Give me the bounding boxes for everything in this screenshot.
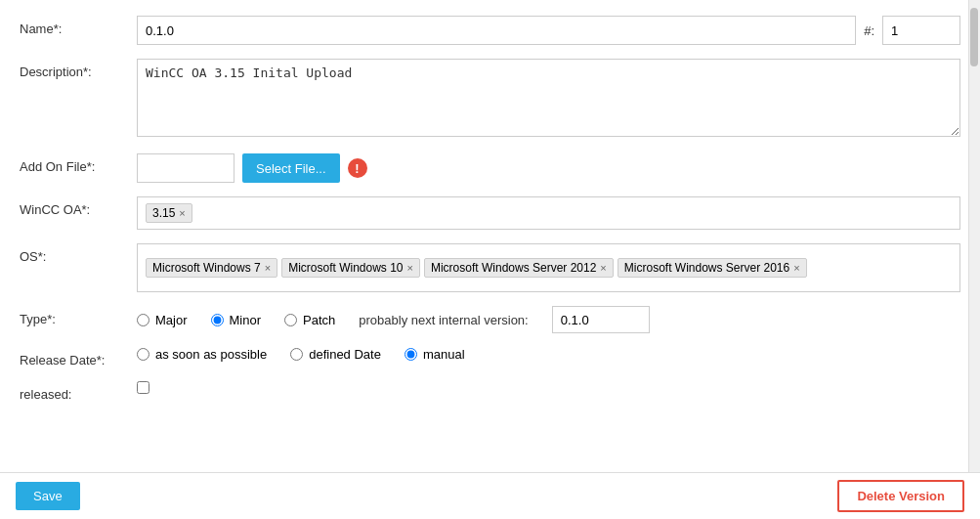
file-input[interactable] [137,153,234,183]
name-row: Name*: #: [20,16,960,45]
os-tag-win10-label: Microsoft Windows 10 [288,261,403,275]
description-label: Description*: [20,59,137,79]
type-major-radio[interactable] [137,314,149,326]
release-defined-text: defined Date [309,347,381,362]
os-tag-server2016-label: Microsoft Windows Server 2016 [624,261,789,275]
release-asap-label[interactable]: as soon as possible [137,347,267,362]
wincc-oa-tag: 3.15 × [146,203,192,223]
type-major-label[interactable]: Major [137,313,188,327]
release-date-label: Release Date*: [20,347,137,368]
name-field-container: #: [137,16,960,45]
error-icon: ! [348,158,367,178]
scrollbar-thumb[interactable] [970,8,978,66]
wincc-oa-label: WinCC OA*: [20,196,137,217]
hash-label: #: [864,23,874,38]
footer-bar: Save Delete Version [0,472,980,519]
os-tag-win7: Microsoft Windows 7 × [146,258,277,278]
os-tag-server2016-close[interactable]: × [793,262,799,274]
name-label: Name*: [20,16,137,36]
delete-version-button[interactable]: Delete Version [837,480,964,512]
type-minor-radio[interactable] [211,314,224,326]
released-row: released: [20,381,960,402]
release-manual-label[interactable]: manual [405,347,465,362]
type-patch-label[interactable]: Patch [284,313,335,327]
name-input[interactable] [137,16,856,45]
wincc-oa-row: WinCC OA*: 3.15 × [20,196,960,230]
os-tag-win7-close[interactable]: × [265,262,271,274]
type-minor-label[interactable]: Minor [211,313,262,327]
release-asap-radio[interactable] [137,348,149,361]
os-tag-win7-label: Microsoft Windows 7 [152,261,261,275]
type-major-text: Major [155,313,188,327]
type-row: Type*: Major Minor Patch probably next i… [20,306,960,333]
description-field-container: WinCC OA 3.15 Inital Upload [137,59,960,140]
os-container: Microsoft Windows 7 × Microsoft Windows … [137,243,960,292]
release-asap-text: as soon as possible [155,347,267,362]
os-row: OS*: Microsoft Windows 7 × Microsoft Win… [20,243,960,292]
os-tag-win10: Microsoft Windows 10 × [281,258,420,278]
os-tags-input[interactable]: Microsoft Windows 7 × Microsoft Windows … [137,243,960,292]
released-checkbox[interactable] [137,381,149,394]
description-row: Description*: WinCC OA 3.15 Inital Uploa… [20,59,960,140]
release-manual-radio[interactable] [405,348,417,361]
type-label: Type*: [20,306,137,326]
add-on-file-label: Add On File*: [20,153,137,174]
scrollbar-track [968,0,980,472]
save-button[interactable]: Save [16,482,80,510]
released-label: released: [20,381,137,402]
released-container [137,381,960,394]
hash-input[interactable] [882,16,960,45]
wincc-oa-tag-close[interactable]: × [179,207,185,219]
add-on-file-row: Add On File*: Select File... ! [20,153,960,183]
next-version-label: probably next internal version: [359,313,528,327]
os-tag-server2012: Microsoft Windows Server 2012 × [424,258,614,278]
select-file-button[interactable]: Select File... [242,153,340,183]
next-version-input[interactable] [552,306,650,333]
release-date-container: as soon as possible defined Date manual [137,347,960,362]
type-container: Major Minor Patch probably next internal… [137,306,960,333]
os-label: OS*: [20,243,137,264]
type-patch-radio[interactable] [284,314,297,326]
release-manual-text: manual [423,347,465,362]
form-container: Name*: #: Description*: WinCC OA 3.15 In… [0,0,980,472]
os-tag-server2012-close[interactable]: × [600,262,606,274]
type-patch-text: Patch [303,313,335,327]
wincc-oa-tag-value: 3.15 [152,206,175,220]
add-on-file-container: Select File... ! [137,153,960,183]
os-tag-server2012-label: Microsoft Windows Server 2012 [431,261,596,275]
release-defined-label[interactable]: defined Date [290,347,381,362]
wincc-oa-tags-input[interactable]: 3.15 × [137,196,960,230]
os-tag-server2016: Microsoft Windows Server 2016 × [618,258,807,278]
description-textarea[interactable]: WinCC OA 3.15 Inital Upload [137,59,960,137]
os-tag-win10-close[interactable]: × [407,262,413,274]
type-minor-text: Minor [230,313,262,327]
release-defined-radio[interactable] [290,348,303,361]
released-checkbox-label[interactable] [137,381,960,394]
release-date-row: Release Date*: as soon as possible defin… [20,347,960,368]
wincc-oa-container: 3.15 × [137,196,960,230]
